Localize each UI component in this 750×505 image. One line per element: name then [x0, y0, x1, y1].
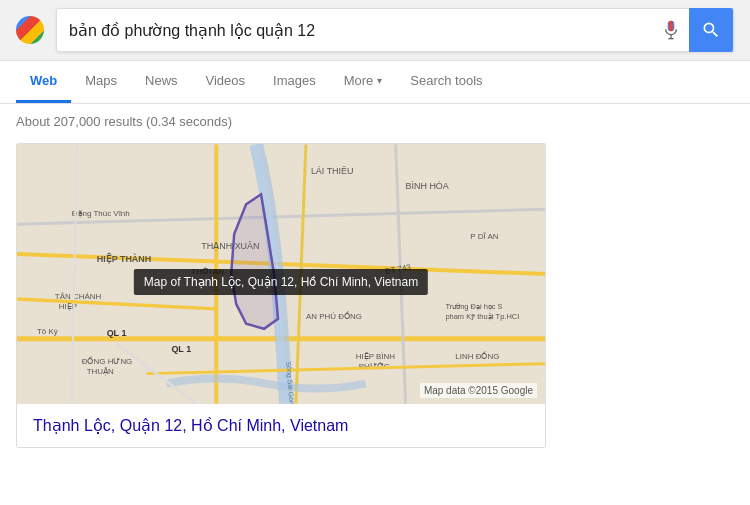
- map-location-name: Thạnh Lộc, Quận 12, Hồ Chí Minh, Vietnam: [33, 417, 348, 434]
- main-content: QL 1 QL 1 ĐT 743 LÁI THIÊU BÌNH HÒA Đặng…: [0, 139, 750, 464]
- svg-text:AN PHÚ ĐỒNG: AN PHÚ ĐỒNG: [306, 311, 362, 321]
- google-logo: [16, 16, 44, 44]
- tab-news[interactable]: News: [131, 61, 192, 103]
- tab-more[interactable]: More ▾: [330, 61, 397, 103]
- tab-search-tools[interactable]: Search tools: [396, 61, 496, 103]
- svg-text:THUẬN: THUẬN: [87, 367, 114, 376]
- svg-text:LINH ĐỒNG: LINH ĐỒNG: [455, 351, 499, 361]
- search-button[interactable]: [689, 8, 733, 52]
- svg-text:Trường Đại học S: Trường Đại học S: [445, 302, 502, 311]
- svg-text:P DĨ AN: P DĨ AN: [470, 232, 498, 241]
- svg-text:LÁI THIÊU: LÁI THIÊU: [311, 166, 354, 176]
- svg-text:Tô Ký: Tô Ký: [37, 327, 58, 336]
- tab-web[interactable]: Web: [16, 61, 71, 103]
- tab-videos[interactable]: Videos: [192, 61, 260, 103]
- svg-text:Đặng Thúc Vĩnh: Đặng Thúc Vĩnh: [72, 209, 130, 218]
- svg-rect-1: [669, 21, 673, 32]
- map-data-label-text: Map data ©2015 Google: [424, 385, 533, 396]
- svg-text:ĐỒNG HƯNG: ĐỒNG HƯNG: [82, 356, 133, 366]
- svg-text:QL 1: QL 1: [171, 344, 191, 354]
- map-tooltip: Map of Thạnh Lộc, Quận 12, Hồ Chí Minh, …: [134, 269, 428, 295]
- nav-tabs: Web Maps News Videos Images More ▾ Searc…: [0, 61, 750, 104]
- more-dropdown-arrow: ▾: [377, 75, 382, 86]
- svg-text:pham Kỹ thuật Tp.HCI: pham Kỹ thuật Tp.HCI: [445, 312, 519, 321]
- svg-text:HIỆP THÀNH: HIỆP THÀNH: [97, 252, 152, 264]
- search-icon: [701, 20, 721, 40]
- map-image[interactable]: QL 1 QL 1 ĐT 743 LÁI THIÊU BÌNH HÒA Đặng…: [17, 144, 545, 404]
- tab-images[interactable]: Images: [259, 61, 330, 103]
- results-count: About 207,000 results (0.34 seconds): [16, 114, 232, 129]
- search-box: [56, 8, 734, 52]
- svg-text:QL 1: QL 1: [107, 328, 127, 338]
- map-card[interactable]: QL 1 QL 1 ĐT 743 LÁI THIÊU BÌNH HÒA Đặng…: [16, 143, 546, 448]
- mic-button[interactable]: [653, 19, 689, 41]
- map-card-footer[interactable]: Thạnh Lộc, Quận 12, Hồ Chí Minh, Vietnam: [17, 404, 545, 447]
- svg-text:THẠNH XUÂN: THẠNH XUÂN: [201, 241, 259, 251]
- map-data-label: Map data ©2015 Google: [420, 383, 537, 398]
- search-input[interactable]: [57, 21, 653, 39]
- results-info: About 207,000 results (0.34 seconds): [0, 104, 750, 139]
- header: [0, 0, 750, 61]
- svg-text:BÌNH HÒA: BÌNH HÒA: [406, 181, 449, 191]
- svg-text:HIỆP BÌNH: HIỆP BÌNH: [356, 352, 396, 361]
- mic-icon: [663, 19, 679, 41]
- tab-maps[interactable]: Maps: [71, 61, 131, 103]
- map-tooltip-text: Map of Thạnh Lộc, Quận 12, Hồ Chí Minh, …: [144, 275, 418, 289]
